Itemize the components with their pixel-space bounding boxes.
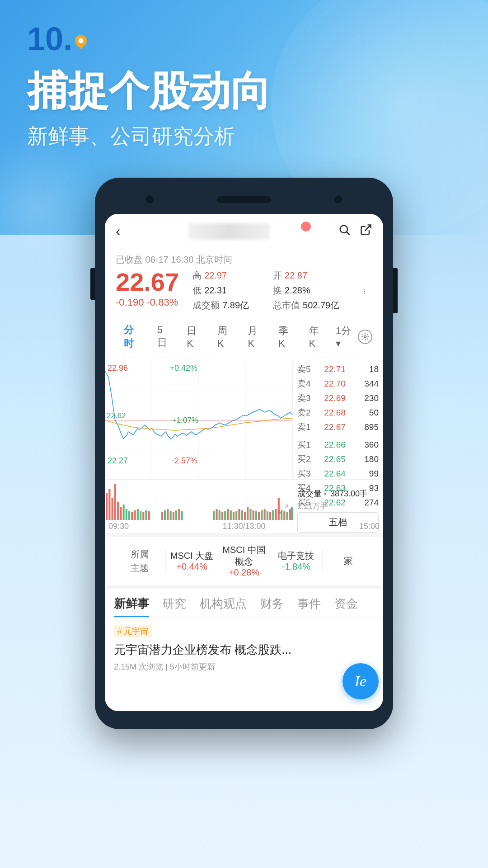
ob-sell1: 卖1 22.67 895 (297, 421, 379, 433)
chart-price-high: 22.96 (108, 363, 128, 373)
svg-rect-45 (241, 510, 243, 520)
turnover-value: 7.89亿 (222, 299, 249, 311)
logo-dot: . (63, 23, 72, 55)
stock-price: 22.67 (116, 269, 179, 295)
svg-rect-48 (249, 509, 251, 520)
svg-rect-18 (126, 509, 127, 520)
chart-settings-icon[interactable] (358, 330, 372, 344)
category-esports[interactable]: 电子竞技 -1.84% (270, 550, 322, 572)
stock-details: 高 22.97 开 22.87 低 22.31 (192, 269, 344, 311)
open-label: 开 (273, 269, 282, 282)
search-icon[interactable] (338, 223, 351, 239)
svg-rect-34 (181, 511, 183, 520)
tab-fenshi[interactable]: 分时 (116, 321, 149, 353)
phone-camera-left (145, 195, 154, 203)
svg-rect-15 (117, 502, 119, 520)
svg-rect-52 (261, 510, 263, 520)
stock-price-main: 22.67 -0.190 -0.83% (116, 269, 179, 308)
svg-rect-38 (221, 512, 223, 520)
tab-quarterly-k[interactable]: 季K (270, 321, 301, 352)
category-theme[interactable]: 所属主题 (114, 547, 165, 575)
svg-point-0 (340, 226, 347, 233)
svg-rect-24 (142, 512, 144, 520)
svg-rect-17 (123, 505, 125, 520)
phone-power-button (393, 268, 398, 313)
stock-change: -0.190 -0.83% (116, 297, 179, 308)
time-start: 09:30 (108, 522, 129, 531)
fab-button[interactable]: Ie (343, 663, 379, 699)
chart-tabs: 分时 5日 日K 周K 月K 季K 年K 1分▾ (105, 316, 383, 358)
tab-daily-k[interactable]: 日K (178, 321, 209, 352)
svg-rect-29 (167, 509, 169, 520)
app-logo: 10 . (27, 23, 461, 55)
category-home[interactable]: 家 (323, 555, 374, 567)
app-header: ‹ (105, 214, 383, 247)
svg-rect-32 (175, 510, 177, 520)
time-end: 15:00 (359, 522, 380, 531)
tab-finance[interactable]: 财务 (260, 596, 284, 617)
svg-rect-27 (161, 512, 163, 520)
tab-news[interactable]: 新鲜事 (114, 596, 149, 617)
svg-rect-33 (178, 509, 180, 520)
tab-monthly-k[interactable]: 月K (239, 321, 270, 352)
line-chart-svg (105, 362, 292, 479)
tab-weekly-k[interactable]: 周K (209, 321, 240, 352)
more-options[interactable]: ··· (358, 288, 372, 293)
tab-yearly-k[interactable]: 年K (301, 321, 332, 352)
phone-notch (105, 188, 383, 211)
chart-price-mid: 22.62 (107, 411, 126, 420)
svg-line-2 (365, 225, 371, 231)
hashtag-icon: # (117, 627, 122, 636)
tab-5day[interactable]: 5日 (149, 321, 178, 352)
ob-sell4: 卖4 22.70 344 (297, 378, 379, 390)
ob-divider (297, 436, 379, 436)
stock-status: 已收盘 06-17 16:30 北京时间 (116, 254, 372, 266)
share-icon[interactable] (360, 223, 372, 239)
volume-unit: 1.11万手 (297, 501, 379, 511)
ob-sell5: 卖5 22.71 18 (297, 363, 379, 375)
ob-sell3: 卖3 22.69 230 (297, 392, 379, 404)
tab-research[interactable]: 研究 (163, 596, 186, 617)
category-msci-china[interactable]: MSCI 中国概念 +0.28% (218, 544, 270, 578)
chart-pct-mid: +1.07% (172, 416, 198, 425)
volume-dropdown[interactable]: 成交量 ▾ (297, 488, 327, 499)
svg-rect-28 (164, 510, 166, 520)
zoom-icon[interactable] (278, 504, 289, 516)
svg-line-65 (280, 510, 283, 513)
svg-rect-20 (131, 512, 133, 520)
header-icons (338, 223, 372, 239)
header-title-area (121, 223, 338, 240)
news-tag-text: 元宇宙 (124, 626, 148, 637)
tab-events[interactable]: 事件 (297, 596, 321, 617)
svg-rect-30 (170, 511, 172, 520)
svg-rect-12 (108, 489, 110, 520)
turnover-label: 成交额 (192, 299, 220, 311)
svg-rect-11 (106, 493, 108, 520)
news-title: 元宇宙潜力企业榜发布 概念股跌... (114, 641, 374, 659)
svg-rect-42 (233, 512, 235, 520)
svg-rect-62 (289, 509, 291, 520)
svg-rect-57 (275, 509, 277, 520)
headline: 捕捉个股动向 (27, 69, 461, 113)
back-button[interactable]: ‹ (116, 223, 121, 240)
logo-number: 10 (27, 23, 63, 55)
svg-rect-47 (247, 507, 249, 520)
price-chart[interactable]: 22.96 22.62 22.27 +0.42% +1.07% -2.57% (105, 362, 293, 479)
svg-rect-53 (264, 509, 266, 520)
tab-institution[interactable]: 机构观点 (200, 596, 247, 617)
phone-screen: ‹ (105, 214, 383, 711)
news-item[interactable]: # 元宇宙 元宇宙潜力企业榜发布 概念股跌... 2.15M 次浏览 | 5小时… (105, 617, 383, 695)
stock-name-blurred (188, 223, 270, 240)
news-meta: 2.15M 次浏览 | 5小时前更新 (114, 661, 374, 672)
tab-1min[interactable]: 1分▾ (331, 321, 358, 352)
phone-camera-right (334, 195, 343, 203)
tab-capital[interactable]: 资金 (334, 596, 358, 617)
svg-rect-56 (272, 510, 274, 520)
svg-rect-21 (134, 510, 136, 520)
category-msci-large[interactable]: MSCI 大盘 +0.44% (166, 550, 217, 572)
ob-sell2: 卖2 22.68 50 (297, 407, 379, 419)
svg-rect-16 (120, 507, 122, 520)
open-value: 22.87 (285, 270, 307, 281)
chart-area: 22.96 22.62 22.27 +0.42% +1.07% -2.57% (105, 358, 383, 533)
high-value: 22.97 (204, 270, 227, 281)
